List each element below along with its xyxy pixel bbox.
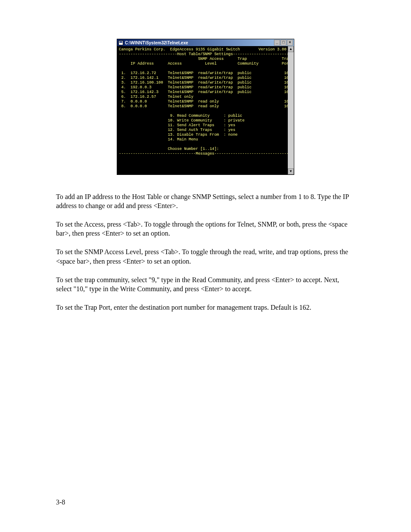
paragraph: To add an IP address to the Host Table o… (56, 192, 355, 210)
paragraph: To set the Access, press <Tab>. To toggl… (56, 220, 355, 238)
paragraph: To set the trap community, select "9," t… (56, 275, 355, 293)
paragraph: To set the Trap Port, enter the destinat… (56, 303, 355, 312)
window-titlebar[interactable]: C:\WINNT\System32\Telnet.exe _ □ × (117, 39, 294, 46)
minimize-button[interactable]: _ (274, 40, 280, 46)
close-button[interactable]: × (287, 40, 293, 46)
scrollbar-track[interactable] (288, 52, 294, 168)
svg-rect-2 (119, 41, 122, 43)
window-title: C:\WINNT\System32\Telnet.exe (125, 40, 274, 45)
terminal-screenshot: C:\WINNT\System32\Telnet.exe _ □ × Canog… (117, 39, 294, 175)
terminal-content[interactable]: Canoga Perkins Corp. EdgeAccess 9135 Gig… (117, 46, 288, 174)
paragraph: To set the SNMP Access Level, press <Tab… (56, 247, 355, 265)
vertical-scrollbar[interactable]: ▲ ▼ (288, 46, 294, 174)
app-icon (118, 40, 123, 45)
page-number: 3-8 (56, 498, 65, 506)
window-frame: C:\WINNT\System32\Telnet.exe _ □ × Canog… (117, 39, 294, 175)
document-body: To add an IP address to the Host Table o… (56, 192, 355, 312)
maximize-button[interactable]: □ (280, 40, 286, 46)
scroll-up-button[interactable]: ▲ (288, 46, 294, 52)
scroll-down-button[interactable]: ▼ (288, 168, 294, 174)
